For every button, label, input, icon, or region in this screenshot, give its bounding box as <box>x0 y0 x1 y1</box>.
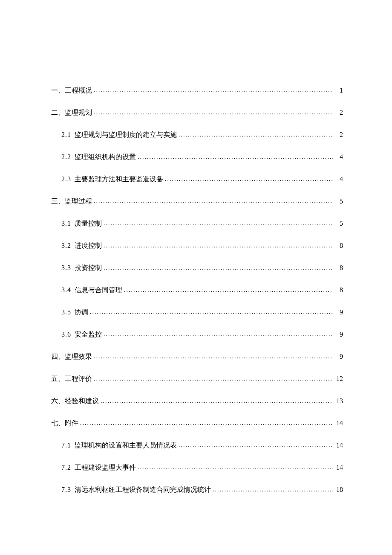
toc-page-number: 4 <box>334 152 343 162</box>
toc-leader-dots <box>90 308 333 317</box>
toc-page-number: 14 <box>334 418 343 428</box>
toc-number: 2.3 <box>61 175 71 183</box>
toc-label: 7.2工程建设监理大事件 <box>61 462 136 473</box>
toc-page-number: 9 <box>334 352 343 362</box>
toc-label: 3.5协调 <box>61 307 88 317</box>
toc-title: 清远水利枢纽工程设备制造合同完成情况统计 <box>75 486 211 493</box>
toc-label: 七、附件 <box>51 418 78 428</box>
toc-label: 2.3主要监理方法和主要监造设备 <box>61 174 163 184</box>
toc-title: 一、工程概况 <box>51 87 92 94</box>
toc-leader-dots <box>179 441 333 450</box>
toc-title: 四、监理效果 <box>51 353 92 360</box>
toc-entry: 五、工程评价12 <box>51 374 343 384</box>
toc-number: 7.3 <box>61 486 71 493</box>
toc-label: 六、经验和建议 <box>51 396 99 406</box>
toc-page-number: 14 <box>334 462 343 473</box>
toc-title: 监理组织机构的设置 <box>75 153 136 160</box>
toc-leader-dots <box>94 374 333 383</box>
toc-page-number: 13 <box>334 396 343 406</box>
toc-page-number: 8 <box>334 263 343 273</box>
toc-entry: 3.5协调9 <box>51 307 343 317</box>
toc-page-number: 2 <box>334 130 343 140</box>
toc-leader-dots <box>179 130 333 139</box>
toc-label: 3.4信息与合同管理 <box>61 285 122 295</box>
table-of-contents: 一、工程概况1二、监理规划22.1监理规划与监理制度的建立与实施22.2监理组织… <box>51 85 343 495</box>
toc-label: 7.3清远水利枢纽工程设备制造合同完成情况统计 <box>61 485 211 495</box>
toc-label: 3.6安全监控 <box>61 329 102 340</box>
toc-leader-dots <box>213 485 333 494</box>
toc-title: 安全监控 <box>75 331 102 338</box>
toc-entry: 三、监理过程5 <box>51 196 343 206</box>
toc-entry: 3.4信息与合同管理8 <box>51 285 343 295</box>
toc-label: 2.1监理规划与监理制度的建立与实施 <box>61 130 177 140</box>
toc-page-number: 5 <box>334 218 343 229</box>
toc-number: 3.1 <box>61 220 71 227</box>
toc-label: 二、监理规划 <box>51 108 92 118</box>
toc-page-number: 5 <box>334 196 343 206</box>
toc-label: 3.2进度控制 <box>61 241 102 251</box>
toc-title: 协调 <box>75 308 88 316</box>
toc-page-number: 18 <box>334 485 343 495</box>
toc-title: 投资控制 <box>75 264 102 271</box>
toc-label: 3.1质量控制 <box>61 218 102 229</box>
toc-number: 2.2 <box>61 153 71 160</box>
toc-label: 3.3投资控制 <box>61 263 102 273</box>
toc-label: 7.1监理机构的设置和主要人员情况表 <box>61 440 177 450</box>
toc-page-number: 1 <box>334 85 343 96</box>
toc-title: 监理机构的设置和主要人员情况表 <box>75 442 177 449</box>
toc-page-number: 14 <box>334 440 343 450</box>
toc-title: 主要监理方法和主要监造设备 <box>75 175 163 183</box>
toc-entry: 二、监理规划2 <box>51 108 343 118</box>
toc-label: 2.2监理组织机构的设置 <box>61 152 136 162</box>
toc-page-number: 4 <box>334 174 343 184</box>
toc-leader-dots <box>101 396 333 405</box>
toc-leader-dots <box>94 86 333 95</box>
toc-page-number: 9 <box>334 307 343 317</box>
toc-leader-dots <box>124 285 333 294</box>
toc-title: 工程建设监理大事件 <box>75 464 136 471</box>
toc-title: 六、经验和建议 <box>51 397 99 404</box>
toc-label: 四、监理效果 <box>51 352 92 362</box>
toc-title: 进度控制 <box>75 242 102 249</box>
toc-title: 三、监理过程 <box>51 198 92 205</box>
toc-entry: 3.6安全监控9 <box>51 329 343 340</box>
toc-label: 一、工程概况 <box>51 85 92 96</box>
toc-label: 三、监理过程 <box>51 196 92 206</box>
toc-page-number: 8 <box>334 241 343 251</box>
toc-entry: 3.3投资控制8 <box>51 263 343 273</box>
toc-number: 3.2 <box>61 242 71 249</box>
toc-page-number: 2 <box>334 108 343 118</box>
toc-title: 监理规划与监理制度的建立与实施 <box>75 131 177 138</box>
toc-title: 五、工程评价 <box>51 375 92 382</box>
toc-leader-dots <box>94 108 333 117</box>
toc-title: 质量控制 <box>75 220 102 227</box>
toc-leader-dots <box>94 352 333 361</box>
toc-entry: 六、经验和建议13 <box>51 396 343 406</box>
toc-leader-dots <box>138 152 333 161</box>
toc-page-number: 12 <box>334 374 343 384</box>
toc-page-number: 8 <box>334 285 343 295</box>
toc-entry: 3.1质量控制5 <box>51 218 343 229</box>
toc-leader-dots <box>104 219 333 228</box>
toc-leader-dots <box>94 197 333 206</box>
toc-entry: 3.2进度控制8 <box>51 241 343 251</box>
toc-leader-dots <box>138 463 333 472</box>
toc-number: 7.1 <box>61 442 71 449</box>
toc-entry: 四、监理效果9 <box>51 352 343 362</box>
toc-entry: 2.1监理规划与监理制度的建立与实施2 <box>51 130 343 140</box>
toc-number: 2.1 <box>61 131 71 138</box>
toc-entry: 7.2工程建设监理大事件14 <box>51 462 343 473</box>
toc-number: 3.6 <box>61 331 71 338</box>
toc-entry: 一、工程概况1 <box>51 85 343 96</box>
toc-title: 七、附件 <box>51 419 78 427</box>
toc-entry: 2.2监理组织机构的设置4 <box>51 152 343 162</box>
toc-page-number: 9 <box>334 329 343 340</box>
toc-entry: 七、附件14 <box>51 418 343 428</box>
toc-entry: 7.1监理机构的设置和主要人员情况表14 <box>51 440 343 450</box>
toc-number: 3.5 <box>61 308 71 316</box>
toc-leader-dots <box>80 418 333 427</box>
toc-entry: 2.3主要监理方法和主要监造设备4 <box>51 174 343 184</box>
toc-title: 二、监理规划 <box>51 109 92 116</box>
toc-number: 7.2 <box>61 464 71 471</box>
toc-leader-dots <box>104 330 333 339</box>
